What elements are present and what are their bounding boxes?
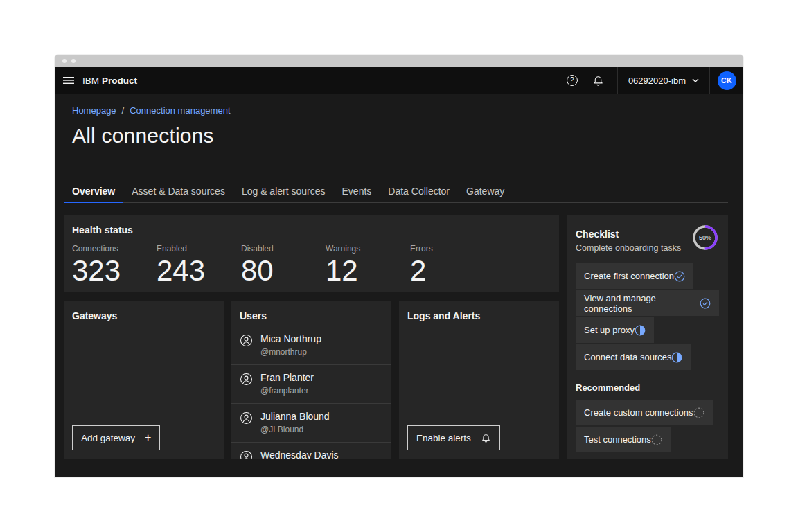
enable-alerts-label: Enable alerts (416, 433, 471, 443)
checklist-subtitle: Complete onboarding tasks (576, 243, 681, 253)
logs-alerts-card: Logs and Alerts Enable alerts (399, 301, 559, 459)
user-name: Wednesday Davis (260, 450, 339, 459)
user-list-item[interactable]: Wednesday Davis @wdavis (231, 443, 391, 459)
user-handle: @franplanter (260, 386, 314, 396)
bell-icon (481, 433, 491, 443)
card-title: Health status (72, 224, 551, 236)
checklist-title: Checklist (576, 229, 681, 240)
health-stat: Connections 323 (72, 244, 157, 286)
window-control-dot[interactable] (71, 59, 76, 63)
checklist-item-label: Connect data sources (584, 352, 671, 362)
health-status-card: Health status Connections 323 Enabled 24… (64, 215, 559, 292)
breadcrumb-item: Connection management / (130, 105, 230, 116)
checklist-status-icon (700, 298, 711, 309)
menu-icon (63, 75, 74, 86)
breadcrumb: Homepage / Connection management / (72, 105, 728, 116)
user-list-item[interactable]: Julianna Blound @JLBlound (231, 404, 391, 443)
hamburger-menu-button[interactable] (55, 67, 82, 94)
account-name: 06292020-ibm (628, 76, 686, 86)
checklist-items: Create first connection View and manage … (576, 263, 719, 370)
checklist-item[interactable]: Create custom connections (576, 400, 713, 425)
plus-icon: + (145, 432, 151, 443)
empty-state (407, 321, 551, 425)
breadcrumb-link[interactable]: Homepage (72, 105, 116, 116)
checklist-item-label: Set up proxy (584, 325, 635, 335)
user-handle: @mnorthrup (260, 347, 321, 357)
brand[interactable]: IBM Product (82, 76, 137, 86)
card-title: Users (231, 310, 391, 321)
recommended-heading: Recommended (576, 382, 719, 393)
tab-label: Gateway (466, 186, 504, 197)
gateways-card: Gateways Add gateway + (64, 301, 224, 459)
card-title: Gateways (72, 310, 215, 321)
tab-label: Log & alert sources (242, 186, 326, 197)
top-header: IBM Product ? 06292020-ibm CK (55, 67, 743, 94)
user-avatar-button[interactable]: CK (710, 67, 743, 94)
breadcrumb-item: Homepage / (72, 105, 130, 116)
enable-alerts-button[interactable]: Enable alerts (407, 425, 500, 450)
tab[interactable]: Log & alert sources (233, 181, 334, 203)
checklist-status-icon (635, 325, 646, 336)
app-shell: IBM Product ? 06292020-ibm CK (55, 67, 743, 477)
stat-value: 80 (241, 256, 326, 286)
header-actions: ? 06292020-ibm CK (559, 67, 743, 94)
stat-label: Enabled (157, 244, 241, 254)
tab-label: Overview (72, 186, 115, 197)
page-title: All connections (72, 124, 728, 148)
tab[interactable]: Overview (64, 181, 123, 203)
checklist-item[interactable]: Create first connection (576, 263, 693, 289)
health-stat: Warnings 12 (326, 244, 410, 286)
tab-label: Events (342, 186, 372, 197)
user-handle: @JLBlound (260, 425, 330, 434)
checklist-item[interactable]: Connect data sources (576, 344, 691, 370)
help-button[interactable]: ? (559, 67, 585, 94)
breadcrumb-link[interactable]: Connection management (130, 105, 230, 116)
user-name: Fran Planter (260, 372, 314, 383)
brand-prefix: IBM (82, 76, 99, 86)
user-avatar-icon (240, 334, 253, 350)
tab-label: Asset & Data sources (132, 186, 225, 197)
stat-value: 12 (326, 256, 410, 286)
health-stat: Enabled 243 (157, 244, 241, 286)
progress-ring: 50% (691, 224, 719, 251)
tab[interactable]: Data Collector (380, 181, 458, 203)
checklist-header: Checklist Complete onboarding tasks 50% (576, 224, 719, 253)
tab[interactable]: Gateway (458, 181, 513, 203)
tab-bar: Overview Asset & Data sources Log & aler… (64, 181, 728, 203)
add-gateway-label: Add gateway (81, 433, 135, 443)
stat-label: Connections (72, 244, 157, 254)
recommended-items: Create custom connections Test connectio… (576, 400, 719, 452)
user-list-item[interactable]: Fran Planter @franplanter (231, 365, 391, 404)
user-avatar-icon (240, 373, 253, 389)
bell-icon (592, 75, 604, 87)
checklist-item[interactable]: Test connections (576, 427, 671, 452)
user-name: Julianna Blound (260, 411, 330, 422)
stat-value: 323 (72, 256, 157, 286)
breadcrumb-separator: / (122, 105, 125, 116)
chevron-down-icon (692, 78, 699, 82)
checklist-item-label: Create first connection (584, 271, 674, 281)
checklist-item-label: Create custom connections (584, 407, 693, 418)
brand-name: Product (102, 76, 137, 86)
checklist-item-label: View and manage connections (584, 293, 700, 314)
add-gateway-button[interactable]: Add gateway + (72, 425, 160, 450)
checklist-item[interactable]: View and manage connections (576, 290, 719, 316)
checklist-item-label: Test connections (584, 434, 651, 445)
tab[interactable]: Asset & Data sources (123, 181, 233, 203)
user-list-item[interactable]: Mica Northrup @mnorthrup (231, 326, 391, 365)
stat-label: Errors (410, 244, 495, 254)
tab[interactable]: Events (334, 181, 380, 203)
notifications-button[interactable] (585, 67, 612, 94)
account-switcher[interactable]: 06292020-ibm (617, 67, 710, 94)
window-control-dot[interactable] (62, 59, 66, 63)
checklist-panel: Checklist Complete onboarding tasks 50% (567, 215, 728, 459)
avatar: CK (718, 71, 736, 90)
checklist-item[interactable]: Set up proxy (576, 317, 654, 343)
window-titlebar (55, 55, 743, 67)
checklist-status-icon (651, 434, 662, 445)
progress-percent-label: 50% (699, 234, 711, 241)
stat-label: Disabled (241, 244, 326, 254)
empty-state (72, 321, 215, 425)
stat-label: Warnings (326, 244, 410, 254)
main-content: Homepage / Connection management / All c… (55, 94, 743, 477)
